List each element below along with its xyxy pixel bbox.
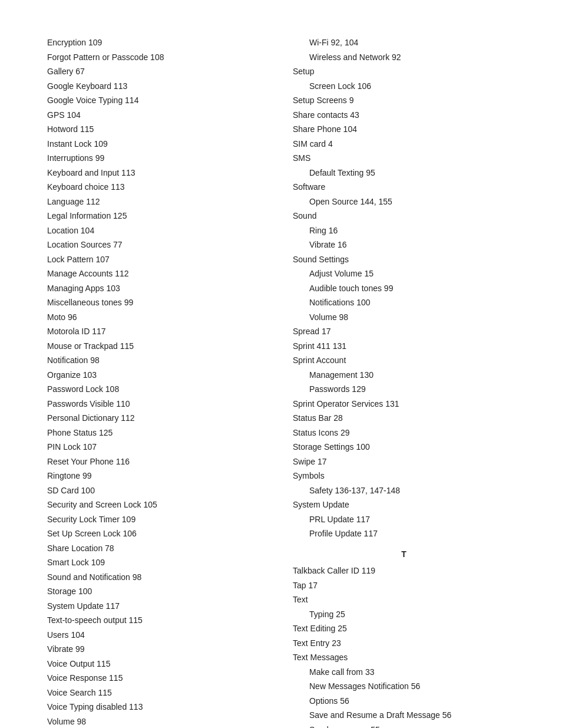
list-item: Forgot Pattern or Passcode 108 — [47, 50, 269, 65]
list-item: Location 104 — [47, 223, 269, 238]
list-item: Sound Settings — [293, 252, 515, 267]
list-item: Share Location 78 — [47, 541, 269, 556]
list-item: Share contacts 43 — [293, 108, 515, 123]
list-item: Set Up Screen Lock 106 — [47, 526, 269, 541]
list-item: Volume 98 — [293, 310, 515, 325]
list-item: Sound — [293, 209, 515, 223]
right-column: Wi-Fi 92, 104Wireless and Network 92Setu… — [281, 35, 515, 728]
list-item: PIN Lock 107 — [47, 440, 269, 454]
list-item: Smart Lock 109 — [47, 555, 269, 570]
list-item: Setup Screens 9 — [293, 93, 515, 108]
list-item: Keyboard choice 113 — [47, 180, 269, 195]
list-item: Security Lock Timer 109 — [47, 512, 269, 527]
list-item: System Update 117 — [47, 599, 269, 614]
section-header-t: T — [293, 547, 515, 562]
list-item: Text — [293, 592, 515, 607]
list-item: Storage Settings 100 — [293, 440, 515, 454]
list-item: Save and Resume a Draft Message 56 — [293, 708, 515, 723]
list-item: Password Lock 108 — [47, 382, 269, 397]
list-item: Keyboard and Input 113 — [47, 166, 269, 180]
list-item: Make call from 33 — [293, 665, 515, 680]
list-item: Lock Pattern 107 — [47, 252, 269, 267]
list-item: Text Messages — [293, 650, 515, 665]
list-item: Wireless and Network 92 — [293, 50, 515, 65]
list-item: Manage Accounts 112 — [47, 266, 269, 281]
list-item: New Messages Notification 56 — [293, 679, 515, 694]
list-item: Google Voice Typing 114 — [47, 93, 269, 108]
list-item: Sprint 411 131 — [293, 339, 515, 354]
list-item: Language 112 — [47, 195, 269, 209]
list-item: Sprint Operator Services 131 — [293, 397, 515, 411]
list-item: Setup — [293, 64, 515, 79]
list-item: Screen Lock 106 — [293, 79, 515, 94]
list-item: Adjust Volume 15 — [293, 266, 515, 281]
list-item: Security and Screen Lock 105 — [47, 498, 269, 512]
list-item: Legal Information 125 — [47, 209, 269, 223]
list-item: Sound and Notification 98 — [47, 570, 269, 585]
list-item: Voice Response 115 — [47, 671, 269, 686]
list-item: Passwords 129 — [293, 382, 515, 397]
list-item: Text Editing 25 — [293, 621, 515, 636]
list-item: Swipe 17 — [293, 454, 515, 469]
list-item: Vibrate 16 — [293, 238, 515, 252]
list-item: Moto 96 — [47, 310, 269, 325]
left-column: Encryption 109Forgot Pattern or Passcode… — [47, 35, 281, 728]
list-item: Vibrate 99 — [47, 642, 269, 657]
list-item: Location Sources 77 — [47, 238, 269, 252]
list-item: Spread 17 — [293, 324, 515, 339]
list-item: Talkback Caller ID 119 — [293, 564, 515, 578]
list-item: Organize 103 — [47, 368, 269, 383]
list-item: Phone Status 125 — [47, 426, 269, 440]
list-item: Symbols — [293, 469, 515, 483]
list-item: Sprint Account — [293, 353, 515, 368]
list-item: Software — [293, 180, 515, 195]
list-item: Motorola ID 117 — [47, 324, 269, 339]
list-item: Passwords Visible 110 — [47, 397, 269, 411]
list-item: Voice Output 115 — [47, 657, 269, 671]
list-item: Notifications 100 — [293, 295, 515, 310]
list-item: Instant Lock 109 — [47, 137, 269, 151]
content-area: Encryption 109Forgot Pattern or Passcode… — [47, 35, 515, 728]
list-item: Ringtone 99 — [47, 469, 269, 483]
list-item: Tap 17 — [293, 578, 515, 593]
list-item: Safety 136-137, 147-148 — [293, 483, 515, 498]
list-item: Storage 100 — [47, 584, 269, 599]
list-item: Interruptions 99 — [47, 151, 269, 166]
list-item: Encryption 109 — [47, 35, 269, 50]
list-item: Audible touch tones 99 — [293, 281, 515, 296]
list-item: Typing 25 — [293, 607, 515, 622]
list-item: Open Source 144, 155 — [293, 195, 515, 209]
page: Encryption 109Forgot Pattern or Passcode… — [0, 0, 562, 728]
list-item: Text Entry 23 — [293, 636, 515, 651]
list-item: Gallery 67 — [47, 64, 269, 79]
list-item: Default Texting 95 — [293, 166, 515, 180]
list-item: Miscellaneous tones 99 — [47, 295, 269, 310]
list-item: Voice Search 115 — [47, 686, 269, 700]
list-item: Status Bar 28 — [293, 411, 515, 426]
list-item: GPS 104 — [47, 108, 269, 123]
list-item: Users 104 — [47, 628, 269, 643]
list-item: Ring 16 — [293, 223, 515, 238]
list-item: Text-to-speech output 115 — [47, 613, 269, 628]
list-item: SD Card 100 — [47, 483, 269, 498]
list-item: Voice Typing disabled 113 — [47, 700, 269, 714]
list-item: Wi-Fi 92, 104 — [293, 35, 515, 50]
list-item: Profile Update 117 — [293, 526, 515, 541]
list-item: Personal Dictionary 112 — [47, 411, 269, 426]
list-item: SIM card 4 — [293, 137, 515, 151]
list-item: Hotword 115 — [47, 122, 269, 137]
list-item: Status Icons 29 — [293, 426, 515, 440]
list-item: Google Keyboard 113 — [47, 79, 269, 94]
list-item: SMS — [293, 151, 515, 166]
list-item: Notification 98 — [47, 353, 269, 368]
list-item: Management 130 — [293, 368, 515, 383]
list-item: Managing Apps 103 — [47, 281, 269, 296]
list-item: Volume 98 — [47, 714, 269, 729]
list-item: Share Phone 104 — [293, 122, 515, 137]
list-item: Send messages 55 — [293, 723, 515, 729]
list-item: Options 56 — [293, 694, 515, 709]
list-item: PRL Update 117 — [293, 512, 515, 527]
list-item: Reset Your Phone 116 — [47, 454, 269, 469]
list-item: System Update — [293, 498, 515, 512]
list-item: Mouse or Trackpad 115 — [47, 339, 269, 354]
